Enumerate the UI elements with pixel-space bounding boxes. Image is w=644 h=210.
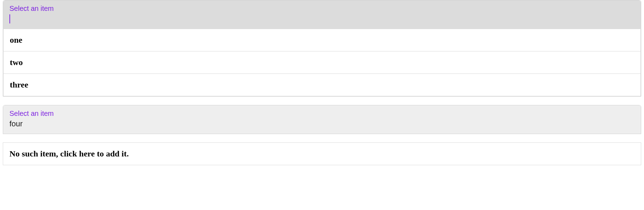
select-header-2[interactable]: Select an item four xyxy=(3,105,641,134)
add-item-wrapper: No such item, click here to add it. xyxy=(3,142,641,165)
text-cursor-icon xyxy=(9,14,10,23)
select-container-1: Select an item one two three xyxy=(3,0,641,97)
select-input-2[interactable]: four xyxy=(9,119,635,129)
option-item-one[interactable]: one xyxy=(3,29,641,51)
select-value-2: four xyxy=(9,119,23,128)
select-header-1[interactable]: Select an item xyxy=(3,0,641,29)
select-input-1[interactable] xyxy=(9,14,635,24)
select-label-1: Select an item xyxy=(9,5,635,13)
options-list-1: one two three xyxy=(3,29,641,96)
option-item-three[interactable]: three xyxy=(3,74,641,96)
add-item-prompt[interactable]: No such item, click here to add it. xyxy=(3,142,641,165)
select-label-2: Select an item xyxy=(9,110,635,118)
option-item-two[interactable]: two xyxy=(3,51,641,74)
select-container-2: Select an item four xyxy=(3,105,641,134)
